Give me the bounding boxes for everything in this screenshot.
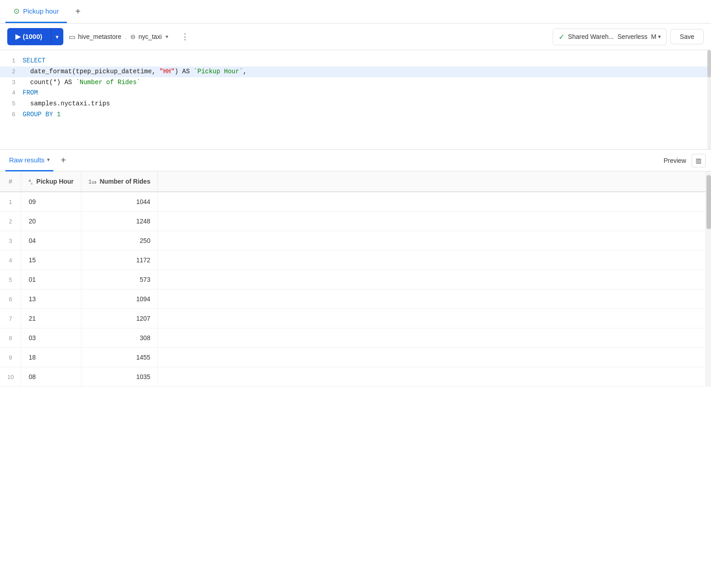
cell-rownum: 5	[0, 270, 21, 289]
run-dropdown-button[interactable]: ▾	[51, 28, 63, 45]
code-line-1: 1 SELECT	[0, 56, 711, 66]
code-line-5: 5 samples.nyctaxi.trips	[0, 99, 711, 109]
results-tab-bar: Raw results ▾ + Preview ▥	[0, 150, 711, 171]
add-tab-button[interactable]: +	[71, 5, 85, 19]
table-row: 7 21 1207	[0, 309, 711, 328]
cell-pickup-hour: 20	[21, 212, 81, 231]
cell-pickup-hour: 21	[21, 309, 81, 328]
col-header-pickup-hour: ᴬ꜀ Pickup Hour	[21, 171, 81, 192]
cell-pickup-hour: 08	[21, 367, 81, 387]
cell-num-rides: 250	[81, 231, 158, 251]
results-table-container: # ᴬ꜀ Pickup Hour 1₂₃ Number of Rides 1 0…	[0, 171, 711, 387]
table-row: 6 13 1094	[0, 289, 711, 309]
line-number-4: 4	[0, 88, 23, 98]
line-number-3: 3	[0, 78, 23, 88]
table-row: 10 08 1035	[0, 367, 711, 387]
cell-rownum: 6	[0, 289, 21, 309]
line-content-1: SELECT	[23, 56, 711, 66]
chevron-down-icon: ▾	[56, 33, 59, 40]
line-number-6: 6	[0, 110, 23, 120]
line-number-2: 2	[0, 67, 23, 77]
warehouse-status-icon: ✓	[559, 33, 564, 41]
results-scrollbar[interactable]	[706, 171, 711, 387]
code-line-6: 6 GROUP BY 1	[0, 109, 711, 120]
cell-pickup-hour: 15	[21, 251, 81, 270]
table-row: 5 01 573	[0, 270, 711, 289]
cell-pickup-hour: 03	[21, 328, 81, 348]
raw-results-tab-label: Raw results	[9, 156, 44, 164]
add-results-tab-button[interactable]: +	[57, 153, 70, 167]
raw-results-tab[interactable]: Raw results ▾	[5, 150, 53, 171]
table-row: 4 15 1172	[0, 251, 711, 270]
line-content-2: date_format(tpep_pickup_datetime, "HH") …	[23, 66, 711, 77]
results-table: # ᴬ꜀ Pickup Hour 1₂₃ Number of Rides 1 0…	[0, 171, 711, 387]
table-row: 3 04 250	[0, 231, 711, 251]
cell-rownum: 1	[0, 192, 21, 212]
cell-pickup-hour: 18	[21, 348, 81, 367]
code-line-2: 2 date_format(tpep_pickup_datetime, "HH"…	[0, 66, 711, 77]
cell-num-rides: 1455	[81, 348, 158, 367]
cell-pickup-hour: 09	[21, 192, 81, 212]
code-line-3: 3 count(*) AS `Number of Rides`	[0, 77, 711, 88]
results-scrollbar-thumb	[706, 175, 711, 229]
results-table-body: 1 09 1044 2 20 1248 3 04 250 4 15 1172 5…	[0, 192, 711, 387]
line-content-4: FROM	[23, 88, 711, 99]
cell-num-rides: 1207	[81, 309, 158, 328]
schema-icon: ⊖	[130, 33, 136, 40]
table-row: 2 20 1248	[0, 212, 711, 231]
line-number-5: 5	[0, 99, 23, 109]
layout-icon-button[interactable]: ▥	[692, 154, 706, 167]
line-content-5: samples.nyctaxi.trips	[23, 99, 711, 109]
table-row: 8 03 308	[0, 328, 711, 348]
cell-pickup-hour: 01	[21, 270, 81, 289]
run-button[interactable]: ▶ (1000)	[7, 28, 51, 45]
tab-bar: ⊙ Pickup hour +	[0, 0, 711, 24]
warehouse-size-selector[interactable]: M ▾	[651, 33, 661, 40]
cell-rownum: 10	[0, 367, 21, 387]
warehouse-type-label: Serverless	[617, 33, 647, 40]
more-options-button[interactable]: ⋮	[177, 30, 193, 43]
col-header-num-rides: 1₂₃ Number of Rides	[81, 171, 158, 192]
table-header-row: # ᴬ꜀ Pickup Hour 1₂₃ Number of Rides	[0, 171, 711, 192]
cell-num-rides: 1035	[81, 367, 158, 387]
line-number-1: 1	[0, 56, 23, 66]
warehouse-name-label: Shared Wareh...	[568, 33, 614, 40]
editor-scrollbar[interactable]	[707, 50, 711, 149]
cell-rownum: 3	[0, 231, 21, 251]
cell-rownum: 2	[0, 212, 21, 231]
col-header-rownum: #	[0, 171, 21, 192]
raw-results-chevron-icon: ▾	[47, 156, 50, 163]
cell-num-rides: 1248	[81, 212, 158, 231]
db-store-label: hive_metastore	[78, 33, 122, 40]
table-row: 9 18 1455	[0, 348, 711, 367]
save-button[interactable]: Save	[670, 29, 704, 44]
db-separator: .	[125, 33, 127, 40]
line-content-3: count(*) AS `Number of Rides`	[23, 77, 711, 88]
tab-label: Pickup hour	[23, 7, 59, 15]
cell-rownum: 7	[0, 309, 21, 328]
warehouse-size-chevron-icon: ▾	[658, 33, 661, 40]
warehouse-size-label: M	[651, 33, 656, 40]
code-line-4: 4 FROM	[0, 88, 711, 99]
editor-scrollbar-thumb	[707, 50, 711, 77]
cell-pickup-hour: 04	[21, 231, 81, 251]
check-circle-icon: ⊙	[14, 7, 19, 15]
cell-num-rides: 1044	[81, 192, 158, 212]
cell-num-rides: 1094	[81, 289, 158, 309]
database-selector[interactable]: ▭ hive_metastore . ⊖ nyc_taxi ▾	[67, 30, 170, 44]
code-editor[interactable]: 1 SELECT 2 date_format(tpep_pickup_datet…	[0, 50, 711, 150]
warehouse-selector[interactable]: ✓ Shared Wareh... Serverless M ▾	[553, 28, 667, 45]
cell-num-rides: 1172	[81, 251, 158, 270]
cell-rownum: 8	[0, 328, 21, 348]
run-button-group: ▶ (1000) ▾	[7, 28, 63, 45]
cell-num-rides: 573	[81, 270, 158, 289]
schema-chevron-icon: ▾	[166, 33, 168, 40]
cell-rownum: 9	[0, 348, 21, 367]
cell-num-rides: 308	[81, 328, 158, 348]
db-schema-label: nyc_taxi	[138, 33, 161, 40]
numeric-type-icon: 1₂₃	[89, 179, 96, 185]
preview-button[interactable]: Preview	[658, 154, 692, 167]
text-type-icon: ᴬ꜀	[28, 179, 33, 185]
layout-icon: ▥	[696, 157, 702, 164]
pickup-hour-tab[interactable]: ⊙ Pickup hour	[5, 0, 67, 23]
